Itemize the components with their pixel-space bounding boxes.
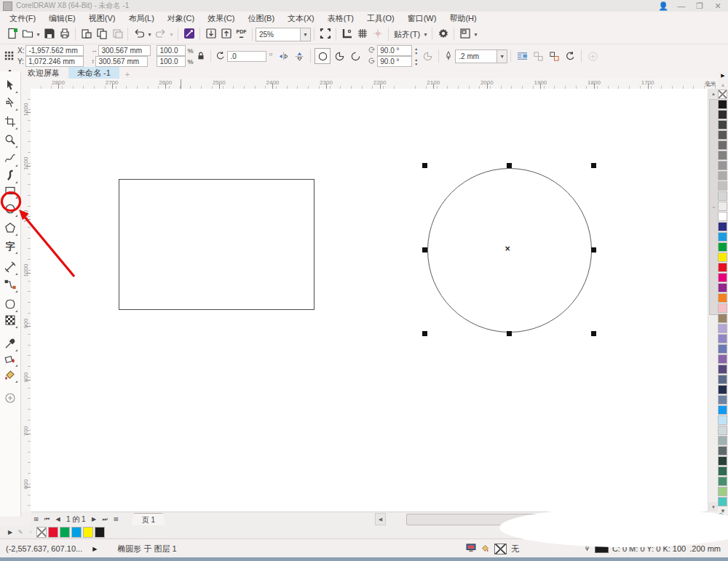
ungroup-button[interactable] xyxy=(547,49,561,63)
mirror-horizontal-button[interactable] xyxy=(276,49,290,63)
palette-flyout-icon[interactable]: ▶ xyxy=(718,71,728,80)
options-button[interactable] xyxy=(435,27,451,42)
tab-untitled-1[interactable]: 未命名 -1 xyxy=(68,67,119,79)
palette-swatch-40[interactable] xyxy=(718,497,727,506)
fill-icon[interactable] xyxy=(480,544,490,554)
lock-ratio-icon[interactable] xyxy=(194,51,207,61)
palette-swatch-36[interactable] xyxy=(718,456,727,466)
palette-swatch-12[interactable] xyxy=(718,212,727,221)
import-button[interactable] xyxy=(203,27,218,42)
arc-mode-button[interactable] xyxy=(348,49,363,63)
save-button[interactable] xyxy=(41,27,57,42)
palette-swatch-27[interactable] xyxy=(718,365,727,374)
doc-swatch-2[interactable] xyxy=(60,527,70,538)
launcher-dropdown-icon[interactable]: ▾ xyxy=(472,31,479,38)
palette-swatch-21[interactable] xyxy=(718,303,727,313)
selection-handle[interactable] xyxy=(507,331,512,336)
doc-palette-eyedropper-icon[interactable]: ✎ xyxy=(16,529,25,536)
palette-swatch-18[interactable] xyxy=(718,273,727,282)
menu-item-8[interactable]: 表格(T) xyxy=(321,12,360,25)
outline-width-dropdown-icon[interactable]: ▼ xyxy=(497,49,507,63)
new-document-button[interactable] xyxy=(4,27,20,42)
menu-item-6[interactable]: 位图(B) xyxy=(241,12,281,25)
palette-swatch-4[interactable] xyxy=(718,130,727,140)
palette-swatch-25[interactable] xyxy=(718,344,727,354)
menu-item-11[interactable]: 帮助(H) xyxy=(443,12,483,25)
shape-tool[interactable] xyxy=(2,95,18,111)
ellipse-mode-button[interactable] xyxy=(314,48,331,64)
menu-item-2[interactable]: 视图(V) xyxy=(82,12,122,25)
redo-button[interactable] xyxy=(153,27,168,42)
palette-swatch-13[interactable] xyxy=(718,222,727,231)
duplicate-button[interactable] xyxy=(109,27,124,42)
drawing-canvas[interactable]: × xyxy=(31,89,708,512)
palette-swatch-7[interactable] xyxy=(718,161,727,170)
connector-tool[interactable] xyxy=(2,277,18,293)
redo-dropdown-icon[interactable]: ▾ xyxy=(168,31,175,38)
palette-swatch-20[interactable] xyxy=(718,293,727,303)
palette-swatch-3[interactable] xyxy=(718,120,727,130)
launcher-button[interactable] xyxy=(457,27,472,42)
ruler-origin-corner[interactable] xyxy=(20,79,31,89)
doc-palette-flyout-icon[interactable]: ▶ xyxy=(6,529,15,536)
snap-dropdown-icon[interactable]: ▾ xyxy=(422,31,429,38)
close-button[interactable]: ✕ xyxy=(711,1,725,11)
crop-tool[interactable] xyxy=(2,114,18,130)
selection-handle[interactable] xyxy=(591,331,596,336)
artistic-media-tool[interactable] xyxy=(2,168,18,184)
ellipse-tool[interactable] xyxy=(2,202,18,218)
mirror-vertical-button[interactable] xyxy=(292,49,306,63)
freehand-tool[interactable] xyxy=(2,151,18,167)
scroll-left-icon[interactable]: ◀ xyxy=(375,513,386,525)
palette-swatch-16[interactable] xyxy=(718,252,727,262)
palette-swatch-14[interactable] xyxy=(718,232,727,242)
palette-swatch-8[interactable] xyxy=(718,171,727,180)
fullscreen-preview-button[interactable] xyxy=(317,27,333,42)
horizontal-ruler[interactable]: 毫米 2800270026002500240023002200210020001… xyxy=(31,79,718,89)
scale-v-input[interactable]: 100.0 xyxy=(157,56,186,67)
transparency-tool[interactable] xyxy=(2,313,18,329)
rectangle-shape[interactable] xyxy=(119,179,314,310)
pie-mode-button[interactable] xyxy=(332,49,347,63)
zoom-tool[interactable] xyxy=(2,132,18,148)
polygon-tool[interactable] xyxy=(2,220,18,236)
selection-handle[interactable] xyxy=(422,331,427,336)
palette-swatch-2[interactable] xyxy=(718,110,727,119)
vertical-ruler[interactable]: 1300120011001000900800700600 xyxy=(20,89,31,512)
y-position-input[interactable]: 1,072.246 mm xyxy=(25,56,84,67)
palette-swatch-38[interactable] xyxy=(718,477,727,486)
outline-width-select[interactable]: .2 mm xyxy=(455,49,497,63)
palette-swatch-33[interactable] xyxy=(718,426,727,435)
show-grid-button[interactable] xyxy=(355,27,370,42)
palette-swatch-19[interactable] xyxy=(718,283,727,293)
rotation-angle-input[interactable]: .0 xyxy=(227,51,266,62)
selection-handle[interactable] xyxy=(422,163,427,168)
eyedropper-tool[interactable] xyxy=(2,336,18,352)
show-rulers-button[interactable] xyxy=(339,27,355,42)
start-angle-input[interactable]: 90.0 ° xyxy=(377,45,412,56)
undo-dropdown-icon[interactable]: ▾ xyxy=(146,31,153,38)
object-height-input[interactable]: 300.567 mm xyxy=(95,56,148,67)
fill-tool[interactable] xyxy=(2,367,18,383)
start-angle-spinner[interactable]: ▲▼ xyxy=(414,47,418,55)
page-1-tab[interactable]: 页 1 xyxy=(132,513,165,526)
prev-page-icon[interactable]: ◀ xyxy=(52,516,63,522)
selection-handle[interactable] xyxy=(591,247,596,252)
vertical-scrollbar[interactable]: ▲ = ▼ xyxy=(708,89,719,512)
convert-to-curves-button[interactable] xyxy=(563,49,577,63)
palette-swatch-none[interactable] xyxy=(718,89,727,99)
menu-item-7[interactable]: 文本(X) xyxy=(281,12,321,25)
menu-item-1[interactable]: 编辑(E) xyxy=(42,12,82,25)
zoom-dropdown-icon[interactable]: ▼ xyxy=(301,28,311,41)
color-proof-icon[interactable] xyxy=(466,544,476,554)
first-page-icon[interactable]: ⏮ xyxy=(41,516,52,523)
palette-swatch-26[interactable] xyxy=(718,354,727,364)
menu-item-4[interactable]: 对象(C) xyxy=(161,12,201,25)
end-angle-input[interactable]: 90.0 ° xyxy=(377,56,412,67)
palette-swatch-30[interactable] xyxy=(718,395,727,405)
palette-swatch-22[interactable] xyxy=(718,314,727,323)
restore-button[interactable]: ❐ xyxy=(692,1,707,11)
x-position-input[interactable]: -1,957.562 mm xyxy=(25,45,84,56)
scroll-up-icon[interactable]: ▲ xyxy=(708,89,719,98)
palette-swatch-17[interactable] xyxy=(718,263,727,272)
